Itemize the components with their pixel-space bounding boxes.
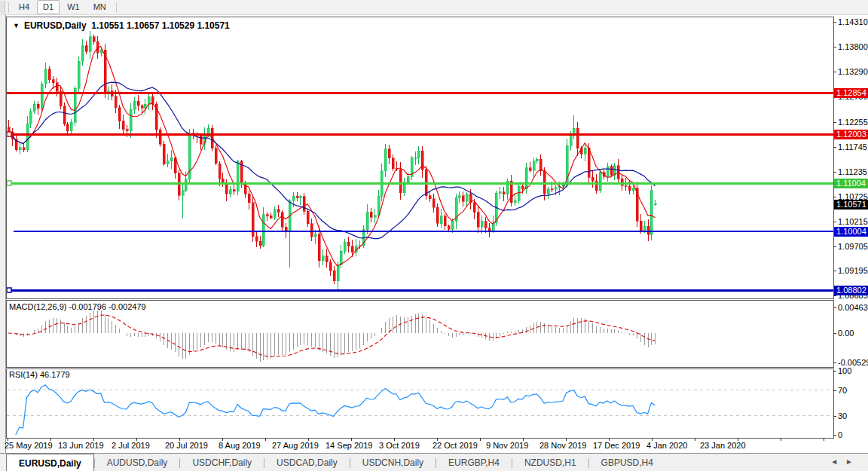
candle-body: [233, 190, 235, 191]
candle-body: [52, 80, 54, 83]
level-price-badge: 1.12003: [834, 130, 868, 139]
candle-body: [650, 191, 653, 235]
candle-body: [26, 124, 29, 150]
chart-tab-bar: EURUSD,DailyAUDUSD,DailyUSDCHF,DailyUSDC…: [0, 453, 868, 471]
level-price-badge: 1.11004: [834, 179, 868, 188]
candle-body: [440, 216, 442, 224]
price-axis-label: 1.10215: [838, 217, 868, 226]
tab-scroll-right-icon[interactable]: ►: [845, 457, 860, 466]
price-axis-label: 1.11235: [838, 167, 867, 176]
candle-body: [448, 226, 450, 230]
candle-body: [576, 128, 579, 148]
candle-body: [163, 144, 165, 164]
date-label: 2 Jul 2019: [112, 441, 150, 450]
current-price-badge: 1.10571: [834, 200, 868, 210]
candle-body: [539, 159, 542, 171]
candle-body: [514, 200, 516, 203]
price-axis-label: 1.09195: [838, 266, 868, 275]
chart-canvas[interactable]: [0, 0, 868, 471]
tab-scroll-arrows: ◄►: [830, 457, 860, 466]
candle-body: [33, 104, 35, 112]
candle-body: [219, 164, 221, 179]
candle-body: [499, 192, 501, 194]
line-anchor-handle[interactable]: [7, 132, 11, 136]
candle-body: [307, 211, 309, 223]
candle-body: [518, 186, 520, 200]
candle-body: [310, 224, 313, 237]
candle-body: [462, 196, 464, 202]
candle-body: [366, 212, 368, 230]
candle-body: [137, 101, 139, 106]
candle-body: [185, 179, 187, 191]
tab-eurgbp-h4[interactable]: EURGBP,H4: [436, 454, 512, 471]
chart-title-symbol: EURUSD,Daily: [24, 20, 87, 31]
candle-body: [29, 112, 32, 124]
candle-body: [56, 83, 58, 92]
candle-body: [270, 216, 272, 218]
candle-body: [551, 189, 553, 190]
candle-body: [277, 210, 280, 213]
candle-body: [458, 196, 460, 198]
candle-body: [281, 213, 283, 227]
date-label: 8 Aug 2019: [219, 441, 261, 450]
tab-eurusd-daily[interactable]: EURUSD,Daily: [6, 454, 94, 471]
candle-body: [133, 101, 136, 109]
candle-body: [610, 167, 613, 176]
candle-body: [115, 96, 117, 108]
candle-body: [85, 46, 87, 52]
candle-body: [347, 242, 350, 246]
date-label: 25 May 2019: [5, 441, 53, 450]
candle-body: [591, 177, 594, 181]
candle-body: [93, 37, 95, 42]
candle-body: [444, 216, 446, 226]
candle-body: [41, 84, 43, 109]
line-anchor-handle[interactable]: [7, 288, 11, 292]
rsi-indicator-label: RSI(14) 46.1779: [9, 370, 70, 379]
tab-usdchf-daily[interactable]: USDCHF,Daily: [180, 454, 264, 471]
tab-usdcad-daily[interactable]: USDCAD,Daily: [264, 454, 350, 471]
candle-body: [296, 196, 298, 197]
tab-nzdusd-h1[interactable]: NZDUSD,H1: [512, 454, 588, 471]
candle-body: [322, 256, 324, 261]
tab-scroll-left-icon[interactable]: ◄: [830, 457, 845, 466]
macd-signal-line: [8, 315, 655, 356]
date-label: 9 Nov 2019: [486, 441, 528, 450]
candle-body: [584, 148, 586, 154]
date-label: 3 Oct 2019: [379, 441, 420, 450]
tab-gbpusd-h4[interactable]: GBPUSD,H4: [589, 454, 665, 471]
candle-body: [274, 210, 276, 219]
macd-axis-label: 0.00: [838, 329, 854, 338]
symbol-dropdown-icon[interactable]: ▼: [13, 22, 20, 29]
candle-body: [370, 212, 372, 217]
candle-body: [70, 122, 72, 131]
candle-body: [647, 226, 649, 234]
candle-body: [248, 194, 250, 203]
candle-body: [63, 106, 66, 124]
candle-body: [599, 173, 601, 191]
candle-body: [314, 234, 316, 237]
candle-body: [643, 226, 646, 231]
candle-body: [407, 176, 409, 182]
line-anchor-handle[interactable]: [7, 181, 11, 185]
candle-body: [536, 159, 538, 161]
candle-body: [654, 204, 656, 205]
level-price-badge: 1.12854: [834, 88, 868, 98]
candle-body: [89, 37, 91, 51]
candle-body: [182, 191, 184, 196]
price-axis-label: 1.11745: [838, 142, 867, 151]
candle-body: [503, 192, 505, 194]
candle-body: [225, 183, 228, 194]
chart-title: ▼EURUSD,Daily 1.10551 1.10657 1.10529 1.…: [13, 20, 230, 31]
tab-usdcnh-daily[interactable]: USDCNH,Daily: [350, 454, 436, 471]
date-label: 27 Aug 2019: [272, 441, 319, 450]
date-label: 4 Jan 2020: [646, 441, 687, 450]
candle-body: [148, 96, 150, 104]
candle-body: [432, 199, 435, 208]
candle-body: [299, 197, 301, 197]
candle-body: [374, 216, 376, 218]
candle-body: [429, 196, 431, 199]
candle-body: [126, 130, 128, 131]
date-label: 13 Jun 2019: [58, 441, 104, 450]
candle-body: [632, 188, 634, 191]
tab-audusd-daily[interactable]: AUDUSD,Daily: [95, 454, 180, 471]
